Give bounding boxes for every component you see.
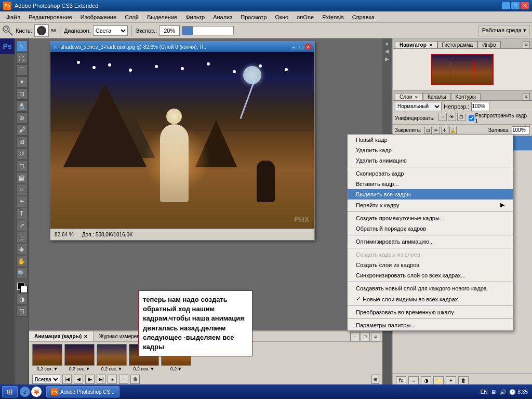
tool-3d[interactable]: ◈	[16, 244, 28, 255]
ctx-select-all-frames[interactable]: Выделить все кадры	[348, 189, 513, 200]
mid-icon-1[interactable]: ▲	[383, 39, 391, 47]
convert-to-timeline-btn[interactable]: ⊞	[371, 375, 379, 384]
minimize-button[interactable]: –	[502, 2, 510, 9]
menu-file[interactable]: Файл	[2, 13, 24, 21]
add-group-button[interactable]: 📁	[433, 376, 444, 385]
animation-frames-tab[interactable]: Анимация (кадры) ✕	[29, 331, 94, 341]
animation-frame-3[interactable]: 3 0,2 сек.▼	[97, 344, 127, 371]
start-button[interactable]: ⊞	[2, 386, 18, 397]
tool-hand[interactable]: ✋	[16, 256, 28, 267]
unify-visibility-btn[interactable]: 👁	[448, 113, 456, 121]
play-button[interactable]: ▶	[85, 375, 95, 384]
navigator-preview[interactable]	[431, 54, 494, 85]
add-style-button[interactable]: fx	[396, 376, 406, 385]
animation-frames-tab-close[interactable]: ✕	[84, 334, 88, 339]
menu-help[interactable]: Справка	[348, 13, 379, 21]
ctx-copy-frame[interactable]: Скопировать кадр	[348, 168, 513, 179]
ctx-tween[interactable]: Создать промежуточные кадры...	[348, 213, 513, 223]
image-maximize-button[interactable]: □	[298, 44, 304, 50]
tool-zoom[interactable]: 🔍	[16, 268, 28, 279]
unify-style-btn[interactable]: ⊡	[457, 113, 466, 121]
animation-frame-2[interactable]: 2 0,2 сек.▼	[64, 344, 95, 371]
menu-filter[interactable]: Фильтр	[181, 13, 209, 21]
mid-icon-2[interactable]: ◀	[383, 47, 391, 55]
menu-analysis[interactable]: Анализ	[209, 13, 236, 21]
histogram-tab[interactable]: Гистограмма	[437, 41, 478, 48]
foreground-background-colors[interactable]	[16, 282, 28, 293]
tween-button[interactable]: ◈	[108, 375, 117, 384]
ctx-delete-frame[interactable]: Удалить кадр	[348, 145, 513, 155]
navigator-tab-close[interactable]: ✕	[429, 43, 433, 48]
ctx-new-layers-visible[interactable]: ✓ Новые слои видимы во всех кадрах	[348, 294, 513, 304]
range-select[interactable]: Света Средние Тени	[93, 25, 128, 36]
ctx-layers-from-frames[interactable]: Создать слои из кадров	[348, 260, 513, 270]
unify-position-btn[interactable]: ↔	[438, 113, 447, 121]
image-minimize-button[interactable]: –	[290, 44, 297, 50]
workspace-label[interactable]: Рабочая среда ▾	[478, 25, 530, 36]
ctx-convert-to-timeline[interactable]: Преобразовать во временную шкалу	[348, 307, 513, 317]
tool-selection[interactable]: ⬚	[16, 52, 28, 64]
tool-path-select[interactable]: ↗	[16, 220, 28, 231]
exposure-input[interactable]: 20%	[159, 25, 180, 36]
layers-tab-close[interactable]: ✕	[415, 95, 418, 100]
tool-dodge[interactable]: ○	[16, 184, 28, 195]
ctx-palette-options[interactable]: Параметры палитры...	[348, 320, 513, 330]
tool-text[interactable]: T	[16, 208, 28, 219]
paths-tab[interactable]: Контуры	[451, 93, 481, 100]
menu-view[interactable]: Просмотр	[236, 13, 271, 21]
menu-window[interactable]: Окно	[271, 13, 293, 21]
loop-select[interactable]: Всегда 1 раз 3 раза	[32, 375, 60, 384]
menu-layer[interactable]: Слой	[121, 13, 143, 21]
new-layer-button[interactable]: +	[446, 376, 456, 385]
tool-brush[interactable]: 🖌	[16, 124, 28, 136]
lang-indicator[interactable]: EN	[481, 389, 488, 395]
close-button[interactable]: ✕	[521, 2, 529, 9]
info-tab[interactable]: Инфо	[477, 41, 501, 48]
new-frame-button[interactable]: +	[119, 375, 128, 384]
lock-transparent-btn[interactable]: ⊡	[424, 127, 432, 134]
opacity-input[interactable]	[471, 102, 489, 111]
ctx-paste-frame[interactable]: Вставить кадр...	[348, 179, 513, 189]
brush-preview[interactable]	[34, 24, 49, 37]
tool-gradient[interactable]: ▦	[16, 172, 28, 183]
tool-shape[interactable]: □	[16, 232, 28, 243]
nav-panel-menu[interactable]: ≡	[523, 41, 530, 48]
fill-input[interactable]	[512, 126, 530, 135]
exposure-slider[interactable]	[182, 26, 234, 35]
layers-panel-menu[interactable]: ≡	[523, 93, 530, 100]
lock-all-btn[interactable]: 🔒	[449, 127, 457, 134]
propagate-checkbox[interactable]	[469, 115, 474, 121]
ie-icon[interactable]: e	[20, 387, 30, 397]
menu-onone[interactable]: onOne	[292, 13, 318, 21]
tool-screen-mode[interactable]: ⊡	[16, 305, 28, 317]
animation-panel-minimize[interactable]: –	[350, 332, 360, 341]
lock-position-btn[interactable]: ✛	[441, 127, 448, 134]
animation-frame-1[interactable]: 1 0,2 сек.▼	[32, 344, 62, 371]
ctx-optimize[interactable]: Оптимизировать анимацию...	[348, 236, 513, 247]
maximize-button[interactable]: □	[511, 2, 520, 9]
volume-icon[interactable]: 🔊	[499, 388, 507, 395]
ctx-delete-animation[interactable]: Удалить анимацию	[348, 155, 513, 166]
ctx-new-layer-per-frame[interactable]: Создавать новый слой для каждого нового …	[348, 283, 513, 294]
ctx-reverse-frames[interactable]: Обратный порядок кадров	[348, 223, 513, 234]
next-frame-button[interactable]: ▶|	[97, 375, 105, 384]
blend-mode-select[interactable]: Нормальный	[395, 102, 442, 111]
mid-icon-3[interactable]: ▶	[383, 55, 391, 62]
lock-pixels-btn[interactable]: ✏	[433, 127, 440, 134]
firefox-icon[interactable]: 🦊	[31, 387, 42, 397]
menu-edit[interactable]: Редактирование	[24, 13, 76, 21]
photoshop-taskbar-item[interactable]: Ps Adobe Photoshop CS...	[46, 386, 119, 397]
tool-heal[interactable]: ⊕	[16, 112, 28, 124]
animation-panel-maximize[interactable]: □	[361, 332, 370, 341]
tool-eyedropper[interactable]: 🔬	[16, 100, 28, 112]
navigator-tab[interactable]: Навигатор ✕	[395, 41, 437, 48]
delete-layer-button[interactable]: 🗑	[458, 376, 469, 385]
delete-frame-button[interactable]: 🗑	[130, 375, 140, 384]
ctx-go-to-frame[interactable]: Перейти к кадру ▶	[348, 200, 513, 210]
tool-pen[interactable]: ✒	[16, 196, 28, 207]
tool-magic-wand[interactable]: ✦	[16, 76, 28, 88]
tool-crop[interactable]: ⊡	[16, 88, 28, 100]
menu-select[interactable]: Выделение	[143, 13, 181, 21]
tool-eraser[interactable]: ◻	[16, 160, 28, 171]
tool-lasso[interactable]: ⌒	[16, 64, 28, 76]
